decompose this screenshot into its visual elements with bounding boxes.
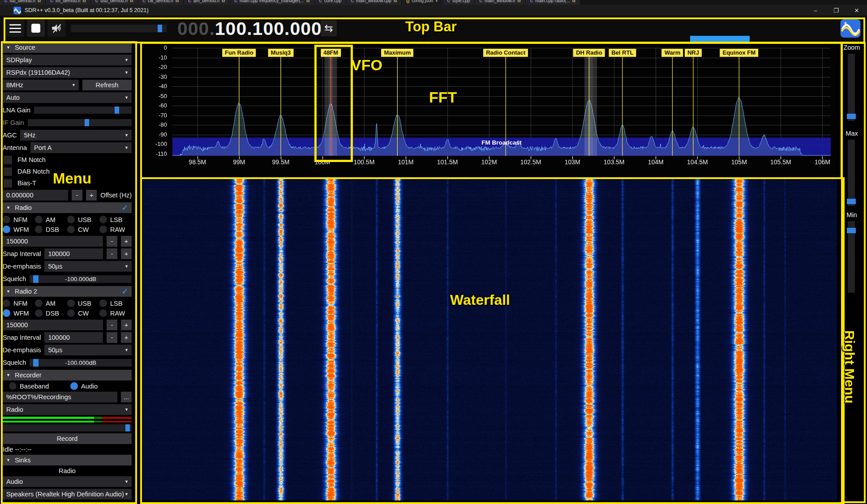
waterfall[interactable] xyxy=(142,177,837,500)
recorder-volume-slider[interactable] xyxy=(3,424,132,431)
editor-tab[interactable]: Cmain_window.hM xyxy=(475,0,525,5)
mode-cw[interactable]: CW xyxy=(67,226,99,233)
editor-tab[interactable]: Cmain_window.cppM xyxy=(346,0,402,5)
mode-dsb[interactable]: DSB xyxy=(35,226,67,233)
bandwidth-decrement-button[interactable]: - xyxy=(107,320,117,330)
min-slider[interactable] xyxy=(848,221,855,293)
offset-decrement-button[interactable]: - xyxy=(72,190,82,201)
mode-raw[interactable]: RAW xyxy=(99,309,132,317)
if-mode-select[interactable]: Auto ▼ xyxy=(3,92,132,103)
recorder-stream-select[interactable]: Radio ▼ xyxy=(3,404,132,415)
station-label[interactable]: Musiq3 xyxy=(268,49,293,57)
editor-tab[interactable]: Cusb_demod.hM xyxy=(91,0,138,5)
station-label[interactable]: DH Radio xyxy=(573,49,605,57)
minimize-button[interactable]: – xyxy=(805,5,826,16)
snap-interval-input[interactable]: 100000 xyxy=(44,332,103,343)
station-label[interactable]: Maximum xyxy=(381,49,413,57)
mode-lsb[interactable]: LSB xyxy=(99,299,132,307)
bias-t-checkbox[interactable] xyxy=(4,179,12,188)
mode-wfm[interactable]: WFM xyxy=(3,226,35,233)
refresh-button[interactable]: Refresh xyxy=(82,80,132,90)
editor-tab[interactable]: Cstyle.cpp xyxy=(442,0,475,5)
editor-tab[interactable]: {}config.json× xyxy=(402,0,442,5)
if-gain-slider[interactable] xyxy=(28,119,132,126)
fm-notch-checkbox[interactable] xyxy=(4,156,12,164)
squelch-handle[interactable] xyxy=(33,359,39,367)
volume-slider[interactable] xyxy=(71,25,167,32)
bandwidth-increment-button[interactable]: + xyxy=(121,320,132,330)
frequency-dim-digits[interactable]: 000. xyxy=(177,18,215,39)
editor-tab[interactable]: Ccore.cpp xyxy=(315,0,347,5)
vfo-swap-button[interactable]: ⇆ xyxy=(321,20,337,36)
frequency-display[interactable]: 000.100.100.000 xyxy=(177,18,322,39)
station-label[interactable]: NRJ xyxy=(685,49,702,57)
snap-increment-button[interactable]: + xyxy=(121,332,132,343)
mode-raw[interactable]: RAW xyxy=(99,226,132,233)
sdrpp-logo-button[interactable]: + + xyxy=(840,19,861,38)
slider-handle[interactable] xyxy=(847,199,856,204)
slider-handle[interactable] xyxy=(847,228,856,233)
menu-toggle-button[interactable] xyxy=(6,20,24,37)
bandwidth-select[interactable]: 8MHz ▼ xyxy=(3,80,79,90)
editor-tab[interactable]: Cfm_demod.hM xyxy=(46,0,91,5)
close-button[interactable]: ✕ xyxy=(846,5,867,16)
station-label[interactable]: Radio Contact xyxy=(483,49,528,57)
mode-dsb[interactable]: DSB xyxy=(35,309,67,317)
mode-am[interactable]: AM xyxy=(35,299,67,307)
tab-close-icon[interactable]: × xyxy=(435,0,438,5)
section-header-recorder[interactable]: ▼ Recorder xyxy=(3,370,132,380)
maximize-button[interactable]: ❐ xyxy=(826,5,846,16)
squelch-slider[interactable]: -100.000dB xyxy=(30,359,132,367)
editor-tab[interactable]: Ccw_demod.hM xyxy=(138,0,184,5)
mute-button[interactable] xyxy=(47,20,65,37)
dab-notch-checkbox[interactable] xyxy=(4,167,12,176)
frequency-digits[interactable]: 100.100.000 xyxy=(215,18,322,39)
station-label[interactable]: Equinox FM xyxy=(720,49,758,57)
bandwidth-decrement-button[interactable]: - xyxy=(107,236,117,247)
lna-gain-slider[interactable] xyxy=(34,107,132,114)
recorder-mode-audio[interactable]: Audio xyxy=(70,382,132,390)
mode-am[interactable]: AM xyxy=(35,216,67,223)
bandwidth-increment-button[interactable]: + xyxy=(121,236,132,247)
editor-tab[interactable]: Cmain.cpp radio(...M xyxy=(526,0,580,5)
snap-decrement-button[interactable]: - xyxy=(107,248,117,259)
source-device-select[interactable]: RSPdx (191106DA42) ▼ xyxy=(3,67,132,78)
snap-interval-input[interactable]: 100000 xyxy=(44,248,103,259)
editor-tab[interactable]: Cam_demod.hM xyxy=(184,0,230,5)
stop-button[interactable] xyxy=(27,20,45,37)
recordings-path-input[interactable]: %ROOT%/Recordings xyxy=(3,392,117,402)
squelch-slider[interactable]: -100.000dB xyxy=(30,275,132,283)
station-label[interactable]: Warm xyxy=(662,49,683,57)
mode-cw[interactable]: CW xyxy=(67,309,99,317)
station-label[interactable]: 48FM xyxy=(321,49,341,57)
offset-increment-button[interactable]: + xyxy=(86,190,97,201)
mode-usb[interactable]: USB xyxy=(67,216,99,223)
sink-type-select[interactable]: Audio ▼ xyxy=(3,476,132,487)
browse-button[interactable]: ... xyxy=(121,392,132,402)
snap-decrement-button[interactable]: - xyxy=(107,332,117,343)
radio-bandwidth-input[interactable]: 150000 xyxy=(3,236,103,247)
max-slider[interactable] xyxy=(848,140,855,206)
recorder-mode-baseband[interactable]: Baseband xyxy=(9,382,70,390)
mode-nfm[interactable]: NFM xyxy=(3,216,35,223)
editor-tab[interactable]: Cmain.cpp frequency_manager(...M xyxy=(230,0,315,5)
volume-slider-handle[interactable] xyxy=(158,25,162,32)
deemphasis-select[interactable]: 50µs ▼ xyxy=(44,261,132,272)
slider-handle[interactable] xyxy=(115,107,119,114)
sink-device-select[interactable]: Speakers (Realtek High Definition Audio)… xyxy=(3,489,132,500)
radio2-bandwidth-input[interactable]: 150000 xyxy=(3,320,103,330)
offset-input[interactable]: 0.000000 xyxy=(3,190,68,201)
section-header-source[interactable]: ▼ Source xyxy=(3,42,132,53)
mode-lsb[interactable]: LSB xyxy=(99,216,132,223)
agc-select[interactable]: 5Hz ▼ xyxy=(20,130,132,141)
slider-handle[interactable] xyxy=(85,119,89,126)
squelch-handle[interactable] xyxy=(33,275,39,283)
enabled-check-icon[interactable]: ✓ xyxy=(122,287,128,296)
mode-usb[interactable]: USB xyxy=(67,299,99,307)
section-header-radio[interactable]: ▼ Radio ✓ xyxy=(3,202,132,213)
station-label[interactable]: Bel RTL xyxy=(609,49,636,57)
antenna-select[interactable]: Port A ▼ xyxy=(30,142,132,153)
editor-tab[interactable]: Clsb_demod.hM xyxy=(0,0,46,5)
snap-increment-button[interactable]: + xyxy=(121,248,132,259)
mode-nfm[interactable]: NFM xyxy=(3,299,35,307)
